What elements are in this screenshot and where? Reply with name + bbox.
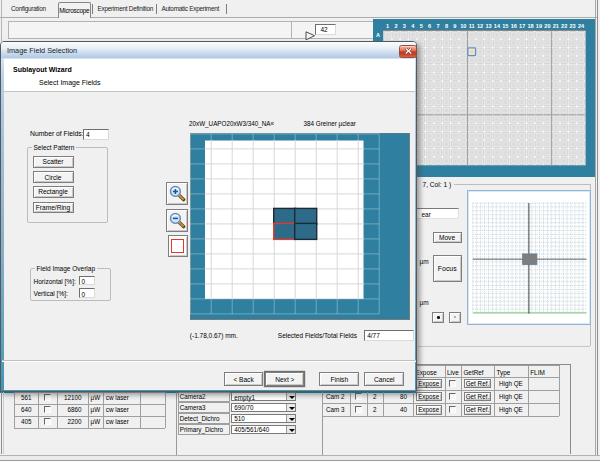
well-inner [478,159,482,163]
optics-value: 690/70 [234,404,253,411]
tab-automatic-experiment[interactable]: Automatic Experiment [162,5,220,12]
well-inner [478,100,482,104]
plate-column-label: 12 [477,23,483,29]
zoom-out-button[interactable] [166,209,188,232]
well-inner [512,41,516,45]
camera-name-cell: Cam 3 [326,406,345,413]
camera-name-cell: Cam 2 [326,393,345,400]
step-dot-button-2[interactable] [449,312,461,323]
camera-header-getref: GetRef [463,369,483,376]
back-button[interactable]: < Back [224,372,263,386]
laser-enable-checkbox[interactable] [44,394,51,401]
live-checkbox[interactable] [449,406,456,413]
well-inner [461,159,465,163]
laser-enable-checkbox[interactable] [44,418,51,425]
well-inner [545,58,549,62]
tab-configuration[interactable]: Configuration [11,5,46,12]
plate-type-label: 384 Greiner µclear [304,120,356,127]
combobox-arrow-button[interactable] [286,404,295,411]
vertical-overlap-input[interactable]: 0 [79,288,95,298]
finish-button[interactable]: Finish [319,372,359,386]
well-inner [495,100,499,104]
circle-button[interactable]: Circle [33,171,74,183]
well-inner [453,117,457,121]
well-inner [562,92,566,96]
select-region-button[interactable] [168,235,188,257]
well-inner [495,151,499,155]
well-inner [453,92,457,96]
focus-button-label: Focus [438,265,457,272]
field-selection-grid[interactable] [190,133,410,320]
well-inner [453,33,457,37]
well-inner [428,151,432,155]
well-inner [520,58,524,62]
well-inner [529,159,533,163]
well-inner [512,83,516,87]
optics-combobox-camera2[interactable]: empty1 [231,392,296,401]
expose-button[interactable]: Expose [416,392,442,401]
well-inner [478,142,482,146]
scatter-button[interactable]: Scatter [33,156,74,168]
expose-button[interactable]: Expose [416,379,442,388]
well-inner [554,100,558,104]
number-of-fields-input[interactable]: 4 [83,129,109,140]
selected-field-current[interactable] [274,223,296,239]
well-inner [529,58,533,62]
selected-field[interactable] [274,208,296,224]
plate-column-label: 11 [469,23,475,29]
combobox-arrow-button[interactable] [286,415,295,423]
selected-field[interactable] [295,223,317,239]
well-inner [529,50,533,54]
well-inner [470,109,474,113]
step-dot-button-1[interactable] [432,312,444,323]
get-ref-button[interactable]: Get Ref. [464,379,491,388]
get-ref-button[interactable]: Get Ref. [464,405,491,415]
well-inner [445,83,449,87]
rectangle-button[interactable]: Rectangle [33,186,74,198]
laser-table-column-line [140,392,141,429]
well-inner [520,100,524,104]
map-stage-marker[interactable] [522,253,536,264]
frame-ring-button[interactable]: Frame/Ring [33,202,74,214]
well-inner [503,159,507,163]
chevron-down-icon [289,418,295,421]
next-button[interactable]: Next > [265,372,304,386]
well-inner [470,92,474,96]
laser-wavelength-cell: 561 [14,394,38,401]
optics-combobox-camera3[interactable]: 690/70 [231,403,296,412]
well-inner [445,151,449,155]
move-button[interactable]: Move [433,232,462,243]
camera-bin-cell: 2 [367,406,383,413]
tab-microscope[interactable]: Microscope [58,2,92,18]
well-inner [512,50,516,54]
well-inner [487,100,491,104]
close-button[interactable] [399,45,417,58]
camera-enable-checkbox[interactable] [355,406,362,413]
well-inner [503,151,507,155]
well-inner [503,92,507,96]
optics-combobox-detect_dichro[interactable]: 510 [231,414,296,424]
optics-combobox-primary_dichro[interactable]: 405/561/640 [231,425,296,435]
well-inner [503,50,507,54]
stage-map[interactable] [468,191,590,324]
camera-enable-checkbox[interactable] [355,393,362,400]
expose-button[interactable]: Expose [416,405,442,415]
combobox-arrow-button[interactable] [286,393,295,400]
tab-experiment-definition[interactable]: Experiment Definition [98,5,154,12]
zoom-in-button[interactable] [166,182,188,205]
laser-unit-cell: µW [88,406,104,413]
well-inner [495,58,499,62]
field-count-input[interactable]: 42 [315,24,336,35]
well-inner [545,134,549,138]
get-ref-button[interactable]: Get Ref. [464,392,491,401]
horizontal-overlap-input[interactable]: 0 [79,276,95,286]
live-checkbox[interactable] [449,393,456,400]
selected-field[interactable] [295,208,317,224]
live-checkbox[interactable] [449,380,456,387]
cancel-button[interactable]: Cancel [364,372,404,386]
laser-power-cell: 2200 [57,418,82,425]
well-inner [419,67,423,71]
laser-enable-checkbox[interactable] [44,406,51,413]
focus-button[interactable]: Focus [433,255,463,282]
combobox-arrow-button[interactable] [286,426,295,434]
